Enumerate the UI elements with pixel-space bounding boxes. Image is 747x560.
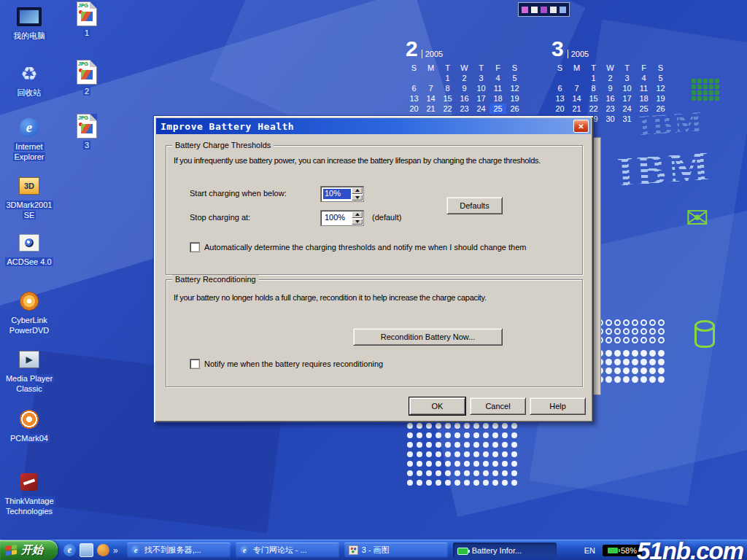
- defaults-button[interactable]: Defaults: [446, 197, 503, 214]
- desktop-file-3[interactable]: JPG3: [66, 114, 108, 150]
- task-label: 3 - 画图: [362, 545, 390, 556]
- notify-reconditioning-checkbox[interactable]: [190, 359, 200, 369]
- task-label: 找不到服务器,...: [144, 545, 201, 556]
- file-label: 1: [66, 28, 108, 38]
- envelope-icon: ✉: [686, 204, 709, 232]
- recycle-bin-icon: ♻: [3, 61, 55, 86]
- taskbar-task-battery-information[interactable]: Battery Infor...: [453, 542, 557, 558]
- desktop-icon-label: Media Player Classic: [3, 373, 55, 394]
- toolbar-icon[interactable]: [531, 7, 538, 13]
- battery-reconditioning-group: Battery Reconditioning If your battery n…: [166, 279, 583, 387]
- stop-charging-label: Stop charging at:: [190, 213, 250, 222]
- desktop-icon-thinkvantage[interactable]: ThinkVantage Technologies: [3, 470, 55, 517]
- ie-icon: e: [240, 545, 249, 555]
- show-desktop-icon[interactable]: [80, 543, 93, 557]
- ie-icon: e: [131, 545, 141, 555]
- taskbar-task-forum[interactable]: e专门网论坛 - ...: [236, 542, 339, 558]
- jpg-file-icon: JPG: [77, 114, 97, 139]
- desktop-icon-acdsee[interactable]: ACDSee 4.0: [3, 230, 55, 267]
- start-charging-value[interactable]: 10%: [323, 189, 351, 199]
- desktop-icon-label: PCMark04: [3, 433, 55, 443]
- stop-charging-value[interactable]: 100%: [323, 213, 351, 223]
- desktop-icon-label: CyberLink PowerDVD: [3, 315, 55, 336]
- calendar-year: 2005: [422, 50, 443, 58]
- internet-explorer-icon: e: [3, 115, 55, 140]
- powerdvd-icon: [3, 289, 55, 314]
- desktop-icon-label: ACDSee 4.0: [3, 257, 55, 267]
- start-button[interactable]: 开始: [0, 540, 58, 560]
- calendar-month-number: 2: [406, 38, 418, 60]
- toolbar-icon[interactable]: [550, 7, 557, 13]
- presentation-toolbar[interactable]: [518, 2, 570, 17]
- thinkvantage-icon: [3, 470, 55, 494]
- ie-quicklaunch-icon[interactable]: e: [63, 544, 76, 556]
- charge-thresholds-description: If you infrequently use battery power, y…: [174, 156, 541, 165]
- paint-icon: [349, 545, 358, 555]
- close-button[interactable]: ✕: [573, 120, 589, 133]
- desktop-icon-powerdvd[interactable]: CyberLink PowerDVD: [3, 289, 55, 336]
- spin-down-button[interactable]: [352, 219, 363, 225]
- desktop-icon-threedmark[interactable]: 3D3DMark2001 SE: [3, 174, 55, 221]
- battery-percent: 58%: [621, 546, 637, 555]
- task-label: Battery Infor...: [472, 546, 522, 555]
- battery-icon: [457, 548, 468, 555]
- language-indicator[interactable]: EN: [584, 546, 595, 555]
- pcmark04-icon: [3, 407, 55, 432]
- battery-icon: [608, 548, 618, 553]
- system-tray: EN 58%: [584, 545, 747, 556]
- desktop-file-1[interactable]: JPG1: [66, 1, 108, 38]
- calendar-month-number: 3: [551, 38, 564, 60]
- toolbar-icon[interactable]: [560, 7, 566, 13]
- toolbar-icon[interactable]: [541, 7, 547, 13]
- taskbar: 开始 e » e找不到服务器,...e专门网论坛 - ...3 - 画图Batt…: [0, 540, 747, 560]
- cancel-button-label: Cancel: [485, 402, 510, 411]
- close-icon: ✕: [578, 122, 584, 131]
- media-player-quicklaunch-icon[interactable]: [97, 544, 109, 556]
- jpg-file-icon: JPG: [77, 1, 97, 26]
- threedmark-icon: 3D: [3, 174, 55, 198]
- start-button-label: 开始: [21, 543, 43, 557]
- windows-flag-icon: [6, 545, 17, 556]
- taskbar-task-paint[interactable]: 3 - 画图: [344, 542, 448, 558]
- notify-reconditioning-checkbox-label[interactable]: Notify me when the battery requires reco…: [204, 359, 383, 368]
- ok-button[interactable]: OK: [409, 397, 465, 415]
- default-note: (default): [372, 213, 401, 222]
- desktop-icon-internet-explorer[interactable]: eInternet Explorer: [3, 115, 55, 163]
- desktop-icon-pcmark04[interactable]: PCMark04: [3, 407, 55, 443]
- calendar-month-2: 22005SMTWTFS1234567891011121314151617181…: [406, 38, 523, 124]
- media-player-classic-icon: ▶: [3, 347, 55, 372]
- arrow-up-icon: [355, 213, 360, 216]
- defaults-button-label: Defaults: [460, 201, 489, 210]
- cylinder-icon: [694, 325, 715, 348]
- spin-up-button[interactable]: [352, 211, 363, 218]
- desktop-icon-media-player-classic[interactable]: ▶Media Player Classic: [3, 347, 55, 394]
- calendar-year: 2005: [568, 50, 589, 58]
- desktop-icon-label: ThinkVantage Technologies: [3, 496, 55, 517]
- spin-down-button[interactable]: [352, 195, 363, 201]
- toolbar-icon[interactable]: [522, 7, 528, 13]
- auto-determine-checkbox-label[interactable]: Automatically determine the charging thr…: [204, 243, 526, 252]
- taskbar-task-server-not-found[interactable]: e找不到服务器,...: [127, 542, 231, 558]
- improve-battery-health-dialog: Improve Battery Health ✕ Battery Charge …: [153, 115, 594, 423]
- quicklaunch-overflow-chevron[interactable]: »: [113, 545, 118, 556]
- recondition-button-label: Recondition Battery Now...: [381, 332, 476, 341]
- desktop-icon-my-computer[interactable]: 我的电脑: [3, 4, 55, 41]
- dialog-titlebar[interactable]: Improve Battery Health ✕: [156, 118, 591, 134]
- quick-launch: e »: [58, 543, 124, 557]
- file-label: 2: [66, 86, 108, 96]
- battery-charge-thresholds-group: Battery Charge Thresholds If you infrequ…: [166, 145, 583, 275]
- ok-button-label: OK: [432, 402, 444, 411]
- spin-up-button[interactable]: [352, 187, 363, 194]
- task-buttons: e找不到服务器,...e专门网论坛 - ...3 - 画图Battery Inf…: [127, 542, 557, 558]
- auto-determine-checkbox[interactable]: [190, 242, 200, 252]
- ibm-logo: IBM: [616, 141, 713, 198]
- recondition-battery-button[interactable]: Recondition Battery Now...: [353, 328, 503, 346]
- desktop-file-2[interactable]: JPG2: [66, 60, 108, 96]
- start-charging-spinner[interactable]: 10%: [320, 186, 364, 202]
- battery-tray-indicator[interactable]: 58%: [603, 545, 642, 556]
- desktop-icon-recycle-bin[interactable]: ♻回收站: [3, 61, 55, 98]
- cancel-button[interactable]: Cancel: [470, 397, 526, 415]
- desktop-icon-label: 3DMark2001 SE: [3, 200, 55, 221]
- help-button[interactable]: Help: [530, 397, 586, 415]
- stop-charging-spinner[interactable]: 100%: [320, 210, 364, 226]
